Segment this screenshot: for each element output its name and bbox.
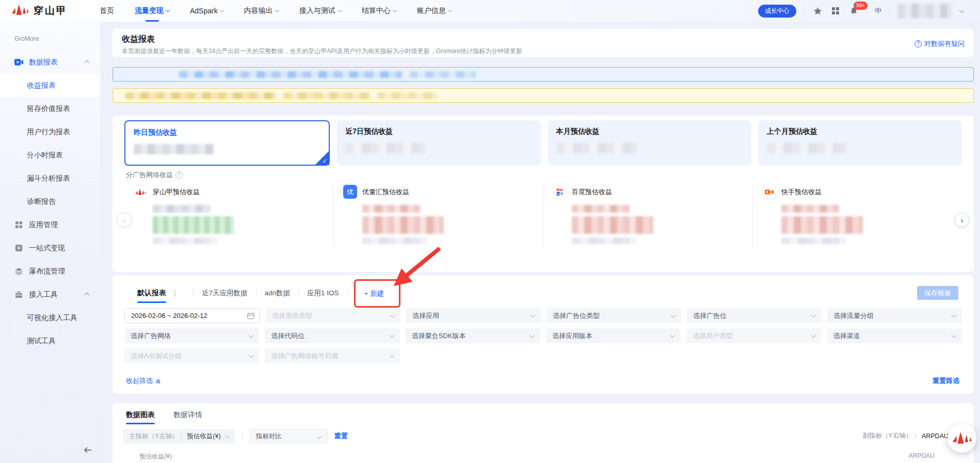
date-range-picker[interactable]: 2026-02-06 ~ 2026-02-12	[124, 308, 260, 323]
secondary-metric-select[interactable]: 副指标（Y右轴）： ARPDAU	[863, 432, 956, 440]
report-video-icon	[14, 58, 23, 67]
select-sdk-version[interactable]: 选择聚合SDK版本	[406, 328, 540, 343]
sidebar-item-retention-value-report[interactable]: 留存价值报表	[0, 97, 100, 120]
select-ab-test-group[interactable]: 选择A/B测试分组	[124, 348, 259, 363]
select-channel[interactable]: 选择渠道	[827, 328, 962, 343]
sidebar-collapse-icon[interactable]	[83, 445, 94, 457]
network-card-pangle[interactable]: 穿山甲预估收益	[124, 184, 334, 247]
chevron-down-icon	[389, 353, 394, 358]
sidebar-item-test-tool[interactable]: 测试工具	[0, 329, 100, 353]
tab-data-chart[interactable]: 数据图表	[126, 410, 155, 420]
sidebar-group-label: GroMore	[0, 22, 100, 51]
chevron-down-icon	[166, 8, 170, 12]
network-card-kuaishou[interactable]: 快手预估收益	[753, 184, 962, 247]
language-toggle[interactable]: 中	[875, 6, 881, 15]
top-navigation-bar: 穿山甲 首页 流量变现 AdSpark 内容输出 接入与测试 结算中心 账户信息…	[0, 0, 980, 22]
chart-tabs: 数据图表 数据详情	[126, 410, 202, 420]
reset-filters-link[interactable]: 重置筛选	[933, 376, 959, 386]
star-icon[interactable]	[812, 6, 823, 16]
notification-bell-icon[interactable]: 99+	[848, 6, 859, 16]
sidebar-item-waterfall-management[interactable]: 瀑布流管理	[0, 260, 100, 283]
sidebar-item-diagnostic-report[interactable]: 诊断报告	[0, 190, 100, 213]
chevron-down-icon	[531, 313, 536, 318]
sidebar-item-user-behavior-report[interactable]: 用户行为报表	[0, 120, 100, 143]
censored-value	[134, 144, 214, 154]
tab-last7days-app-data[interactable]: 近7天应用数据	[202, 289, 248, 298]
sidebar-item-one-stop-monetization[interactable]: ¥ 一站式变现	[0, 236, 100, 260]
select-traffic-group[interactable]: 选择流量分组	[827, 308, 962, 323]
chevron-down-icon	[670, 333, 676, 338]
page-title: 收益报表	[122, 34, 155, 45]
yuan-icon: ¥	[14, 244, 23, 252]
nav-integration-test[interactable]: 接入与测试	[299, 6, 341, 15]
calendar-icon	[247, 312, 254, 320]
summary-card-this-month[interactable]: 本月预估收益	[548, 120, 751, 166]
ylh-network-icon: 优	[343, 185, 357, 199]
tab-adn-data[interactable]: adn数据	[265, 289, 291, 298]
select-user-type[interactable]: 选择用户类型	[686, 328, 821, 343]
select-ad-slot[interactable]: 选择广告位	[687, 308, 822, 323]
nav-account-info[interactable]: 账户信息	[417, 6, 452, 15]
kuaishou-network-icon	[762, 185, 776, 199]
carousel-prev-button[interactable]: ‹	[117, 213, 132, 227]
user-name-censored[interactable]	[897, 4, 952, 18]
primary-metric-select[interactable]: 主指标（Y左轴）： 预估收益(¥)	[123, 429, 235, 443]
censored-value	[362, 216, 444, 234]
network-cards-row: 穿山甲预估收益 优 优量汇预估收益	[124, 184, 962, 247]
data-question-link[interactable]: ? 对数据有疑问	[914, 39, 965, 49]
save-template-button[interactable]: 保存模板	[917, 286, 958, 300]
network-card-ylh[interactable]: 优 优量汇预估收益	[334, 184, 543, 247]
censored-value	[345, 143, 425, 153]
summary-card-last-month[interactable]: 上个月预估收益	[759, 120, 962, 166]
censored-value	[153, 237, 218, 244]
metric-compare-select[interactable]: 指标对比	[249, 429, 328, 443]
apps-grid-icon[interactable]	[830, 6, 841, 16]
floating-pangle-button[interactable]	[947, 424, 976, 453]
chevron-down-icon	[275, 8, 279, 12]
sidebar-item-visual-integration-tool[interactable]: 可视化接入工具	[0, 306, 100, 329]
nav-adspark[interactable]: AdSpark	[190, 7, 223, 15]
pangle-logo[interactable]: 穿山甲	[0, 3, 68, 19]
tab-app1-ios[interactable]: 应用1 IOS	[307, 289, 339, 298]
chevron-down-icon	[219, 8, 223, 12]
question-circle-icon: ?	[914, 40, 922, 47]
collapse-filters-link[interactable]: 收起筛选	[126, 376, 161, 386]
chevron-down-icon	[337, 8, 341, 12]
more-menu-icon[interactable]: ⋮	[171, 289, 179, 297]
sidebar-item-hourly-report[interactable]: 分小时报表	[0, 143, 100, 167]
censored-notice-text	[179, 71, 402, 78]
chevron-down-icon	[530, 333, 535, 338]
tab-default-report[interactable]: 默认报表	[137, 289, 166, 298]
network-card-baidu[interactable]: Bai度® 百度预估收益	[543, 184, 753, 247]
select-ad-slot-type[interactable]: 选择广告位类型	[547, 308, 681, 323]
nav-settlement-center[interactable]: 结算中心	[362, 6, 396, 15]
divider	[242, 432, 243, 441]
select-os-type[interactable]: 选择系统类型	[266, 308, 400, 323]
sidebar-item-integration-tools[interactable]: 接入工具	[0, 283, 100, 306]
sidebar-item-revenue-report[interactable]: 收益报表	[0, 74, 100, 97]
divider	[298, 290, 299, 297]
select-network-account[interactable]: 选择广告网络账号归属	[265, 348, 399, 363]
new-report-tab-button[interactable]: + 新建	[364, 290, 384, 297]
carousel-next-button[interactable]: ›	[955, 213, 969, 227]
divider	[889, 7, 890, 15]
nav-monetization[interactable]: 流量变现	[135, 6, 169, 15]
select-app-version[interactable]: 选择应用版本	[546, 328, 681, 343]
censored-value	[781, 205, 839, 213]
summary-card-last-7-days[interactable]: 近7日预估收益	[337, 120, 540, 166]
chart-controls: 主指标（Y左轴）： 预估收益(¥) 指标对比 重置	[123, 429, 348, 443]
select-app[interactable]: 选择应用	[406, 308, 541, 323]
tab-data-detail[interactable]: 数据详情	[173, 410, 202, 420]
reset-metrics-link[interactable]: 重置	[334, 432, 348, 441]
sidebar-item-app-management[interactable]: 应用管理	[0, 213, 100, 236]
sidebar-item-funnel-analysis-report[interactable]: 漏斗分析报表	[0, 167, 100, 190]
user-menu-chevron-icon[interactable]	[959, 8, 965, 13]
select-ad-network[interactable]: 选择广告网络	[124, 328, 259, 343]
notification-count-badge: 99+	[854, 2, 867, 10]
nav-home[interactable]: 首页	[100, 6, 114, 15]
summary-card-yesterday[interactable]: 昨日预估收益 ✓	[124, 120, 330, 166]
select-code-slot[interactable]: 选择代码位	[265, 328, 399, 343]
sidebar-item-data-reports[interactable]: 数据报表	[0, 51, 100, 74]
nav-content-output[interactable]: 内容输出	[244, 6, 279, 15]
growth-center-button[interactable]: 成长中心	[758, 5, 796, 18]
